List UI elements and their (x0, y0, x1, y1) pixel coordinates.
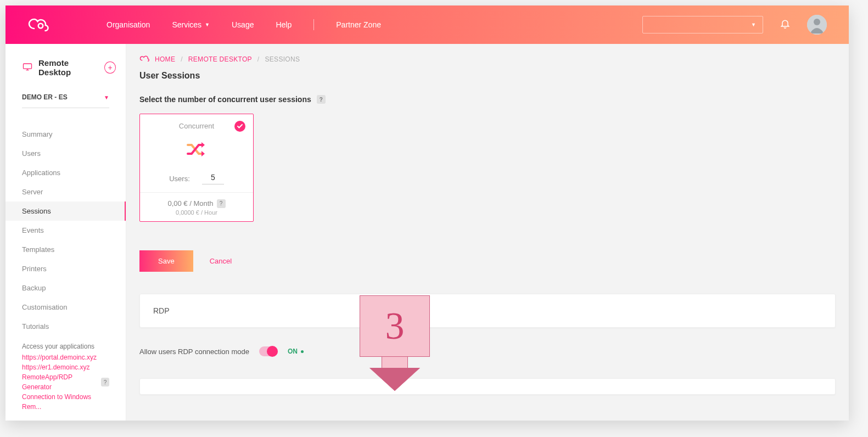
org-dropdown[interactable]: DEMO ER - ES ▼ (22, 93, 109, 108)
nav-usage[interactable]: Usage (232, 20, 254, 29)
nav-partner-zone[interactable]: Partner Zone (336, 20, 381, 29)
footer-heading: Access your applications (22, 343, 109, 350)
crumb-home[interactable]: HOME (155, 55, 175, 63)
users-label: Users: (169, 175, 190, 183)
sidebar-item-sessions[interactable]: Sessions (5, 201, 126, 221)
header-dropdown[interactable]: ▼ (642, 16, 763, 33)
link-portal[interactable]: https://portal.demoinc.xyz (22, 352, 109, 362)
org-selected-label: DEMO ER - ES (22, 93, 68, 101)
link-rdp-generator[interactable]: RemoteApp/RDP Generator (22, 372, 98, 392)
nav-organisation[interactable]: Organisation (107, 20, 150, 29)
price-per-hour: 0,0000 € / Hour (140, 209, 253, 216)
link-connection-windows[interactable]: Connection to Windows Rem... (22, 392, 109, 412)
crumb-remote-desktop[interactable]: REMOTE DESKTOP (188, 55, 252, 63)
link-er1[interactable]: https://er1.demoinc.xyz (22, 362, 109, 372)
status-dot (301, 350, 304, 353)
sidebar-item-users[interactable]: Users (5, 144, 126, 163)
concurrent-card[interactable]: Concurrent Users: (139, 114, 254, 222)
nav-separator (313, 19, 314, 30)
rdp-panel: RDP (139, 294, 836, 328)
bell-icon[interactable] (780, 18, 791, 31)
sidebar-item-summary[interactable]: Summary (5, 125, 126, 144)
sidebar: Remote Desktop + DEMO ER - ES ▼ Summary … (5, 44, 126, 421)
sidebar-item-server[interactable]: Server (5, 182, 126, 201)
save-button[interactable]: Save (139, 250, 193, 272)
nav-services[interactable]: Services ▼ (172, 20, 210, 29)
nav-help[interactable]: Help (276, 20, 292, 29)
remote-desktop-icon (22, 62, 33, 73)
sidebar-item-applications[interactable]: Applications (5, 163, 126, 182)
sessions-prompt: Select the number of concurrent user ses… (139, 95, 311, 104)
sidebar-footer: Access your applications https://portal.… (5, 336, 126, 418)
chevron-down-icon: ▼ (104, 94, 109, 100)
cancel-button[interactable]: Cancel (210, 257, 232, 265)
sidebar-item-customisation[interactable]: Customisation (5, 298, 126, 317)
main-content: HOME / REMOTE DESKTOP / SESSIONS User Se… (126, 44, 849, 421)
svg-rect-3 (24, 64, 32, 69)
sidebar-item-templates[interactable]: Templates (5, 240, 126, 259)
svg-point-2 (814, 19, 820, 25)
chevron-down-icon: ▼ (751, 22, 756, 27)
card-title: Concurrent (179, 122, 214, 130)
crumb-sessions: SESSIONS (265, 55, 300, 63)
help-icon[interactable]: ? (317, 95, 326, 104)
help-icon[interactable]: ? (101, 378, 109, 386)
topbar: Organisation Services ▼ Usage Help Partn… (5, 5, 849, 44)
toggle-state: ON (288, 348, 304, 355)
toggle-knob (267, 346, 278, 357)
breadcrumb: HOME / REMOTE DESKTOP / SESSIONS (139, 55, 836, 63)
rdp-toggle-label: Allow users RDP connection mode (139, 348, 249, 356)
empty-panel (139, 378, 836, 395)
help-icon[interactable]: ? (217, 199, 226, 208)
price-per-month: 0,00 € / Month (167, 199, 213, 208)
sidebar-item-backup[interactable]: Backup (5, 278, 126, 298)
sidebar-title: Remote Desktop (38, 58, 99, 77)
rdp-panel-title: RDP (153, 306, 822, 315)
shuffle-icon (186, 140, 208, 161)
rdp-toggle[interactable] (259, 346, 278, 356)
logo[interactable] (27, 18, 52, 32)
nav-services-label: Services (172, 20, 201, 29)
add-button[interactable]: + (104, 61, 116, 74)
sidebar-item-events[interactable]: Events (5, 221, 126, 240)
check-icon (234, 121, 245, 132)
main-nav: Organisation Services ▼ Usage Help Partn… (107, 19, 381, 30)
sidebar-item-tutorials[interactable]: Tutorials (5, 317, 126, 336)
chevron-down-icon: ▼ (205, 22, 210, 27)
svg-point-0 (38, 24, 43, 28)
users-input[interactable] (202, 173, 224, 184)
sidebar-item-printers[interactable]: Printers (5, 259, 126, 278)
page-title: User Sessions (139, 71, 836, 81)
avatar[interactable] (807, 15, 827, 35)
cloud-icon (139, 55, 149, 63)
